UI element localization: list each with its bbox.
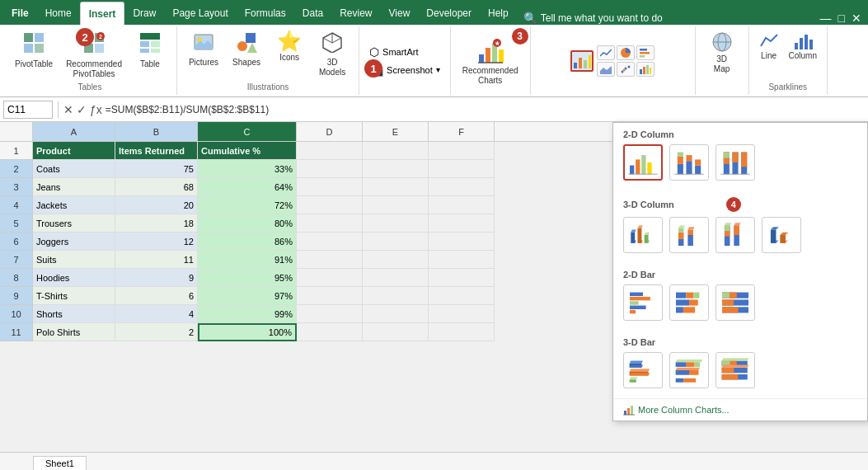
other-chart-button[interactable] [636,62,655,77]
row-header-3[interactable]: 3 [0,178,33,196]
row-header-5[interactable]: 5 [0,214,33,233]
cell-c8[interactable]: 95% [198,269,297,287]
cell-a7[interactable]: Suits [33,251,115,269]
cell-b4[interactable]: 20 [115,196,198,214]
cell-f2[interactable] [429,160,495,178]
cell-d11[interactable] [297,323,363,341]
3d-100pct-bar-button[interactable] [716,352,755,388]
cell-b1[interactable]: Items Returned [115,142,198,160]
cell-c3[interactable]: 64% [198,178,297,196]
pivot-table-button[interactable]: PivotTable [10,30,58,71]
cell-b9[interactable]: 6 [115,287,198,305]
3d-col-button[interactable] [762,217,801,253]
line-chart-button[interactable] [597,45,615,60]
tab-draw[interactable]: Draw [124,2,164,25]
cell-reference-box[interactable]: C11 [3,101,53,119]
3d-stacked-bar-button[interactable] [669,352,709,388]
cell-f10[interactable] [429,305,495,323]
smartart-button[interactable]: ⬡ SmartArt [366,44,443,60]
3d-stacked-col-button[interactable] [669,217,709,253]
insert-function-icon[interactable]: ƒx [90,103,102,116]
cell-a5[interactable]: Trousers [33,214,115,233]
icons-button[interactable]: ⭐ Icons [270,30,309,64]
col-header-f[interactable]: F [429,122,495,141]
col-header-e[interactable]: E [363,122,429,141]
cell-b11[interactable]: 2 [115,323,198,341]
cell-a4[interactable]: Jackets [33,196,115,214]
cell-d9[interactable] [297,287,363,305]
cell-e7[interactable] [363,251,429,269]
clustered-column-button[interactable] [623,144,663,181]
recommended-charts-button[interactable]: ★ RecommendedCharts [457,36,523,87]
cell-f5[interactable] [429,214,495,233]
tab-data[interactable]: Data [294,2,331,25]
cell-e9[interactable] [363,287,429,305]
col-header-b[interactable]: B [115,122,198,141]
cell-d6[interactable] [297,233,363,251]
cell-a3[interactable]: Jeans [33,178,115,196]
formula-input[interactable] [106,104,865,115]
scatter-chart-button[interactable] [617,62,635,77]
cell-d3[interactable] [297,178,363,196]
more-column-charts-link[interactable]: More Column Charts... [613,398,867,421]
tab-review[interactable]: Review [331,2,380,25]
100pct-stacked-column-button[interactable] [716,144,755,181]
pictures-button[interactable]: Pictures [184,30,223,69]
cell-e6[interactable] [363,233,429,251]
cell-f11[interactable] [429,323,495,341]
cell-c1[interactable]: Cumulative % [198,142,297,160]
cell-e3[interactable] [363,178,429,196]
clustered-bar-button[interactable] [623,284,663,321]
bar-chart-button[interactable] [636,45,655,60]
cell-d7[interactable] [297,251,363,269]
tab-formulas[interactable]: Formulas [237,2,294,25]
cell-c6[interactable]: 86% [198,233,297,251]
sheet-tab-1[interactable]: Sheet1 [33,456,87,470]
cell-c9[interactable]: 97% [198,287,297,305]
tab-home[interactable]: Home [37,2,80,25]
row-header-9[interactable]: 9 [0,287,33,305]
cell-b10[interactable]: 4 [115,305,198,323]
cell-a6[interactable]: Joggers [33,233,115,251]
tell-me-area[interactable]: 🔍 Tell me what you want to do [523,12,663,25]
cell-e4[interactable] [363,196,429,214]
3d-100pct-col-button[interactable] [716,217,755,253]
stacked-bar-button[interactable] [669,284,709,321]
row-header-4[interactable]: 4 [0,196,33,214]
cell-d4[interactable] [297,196,363,214]
cell-d1[interactable] [297,142,363,160]
row-header-1[interactable]: 1 [0,142,33,160]
row-header-6[interactable]: 6 [0,233,33,251]
cell-c2[interactable]: 33% [198,160,297,178]
stacked-column-button[interactable] [669,144,709,181]
col-header-a[interactable]: A [33,122,115,141]
recommended-pivottables-button[interactable]: 2 RecommendedPivotTables [61,30,127,81]
tab-page-layout[interactable]: Page Layout [164,2,236,25]
shapes-button[interactable]: Shapes [227,30,266,69]
table-button[interactable]: Table [130,30,170,71]
area-chart-button[interactable] [597,62,615,77]
cell-f7[interactable] [429,251,495,269]
cell-a9[interactable]: T-Shirts [33,287,115,305]
cell-f4[interactable] [429,196,495,214]
row-header-7[interactable]: 7 [0,251,33,269]
cell-f3[interactable] [429,178,495,196]
3d-clustered-bar-button[interactable] [623,352,663,388]
cell-b2[interactable]: 75 [115,160,198,178]
cell-d10[interactable] [297,305,363,323]
cell-a11[interactable]: Polo Shirts [33,323,115,341]
col-sparkline-button[interactable]: Column [786,30,820,62]
cell-e11[interactable] [363,323,429,341]
cell-b7[interactable]: 11 [115,251,198,269]
row-header-2[interactable]: 2 [0,160,33,178]
cell-f1[interactable] [429,142,495,160]
cell-b6[interactable]: 12 [115,233,198,251]
cell-a1[interactable]: Product [33,142,115,160]
cell-f9[interactable] [429,287,495,305]
cell-b5[interactable]: 18 [115,214,198,233]
cell-f8[interactable] [429,269,495,287]
column-chart-toolbar-button[interactable] [570,50,594,72]
cell-e10[interactable] [363,305,429,323]
tab-developer[interactable]: Developer [418,2,480,25]
cell-d5[interactable] [297,214,363,233]
